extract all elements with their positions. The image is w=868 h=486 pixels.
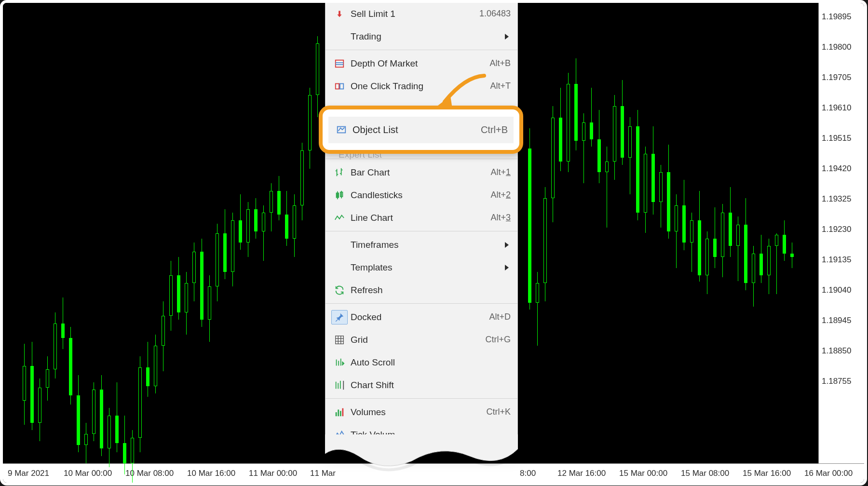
menu-label: Bar Chart (348, 167, 490, 178)
menu-label: Object List (349, 124, 481, 135)
auto-scroll-icon (334, 357, 345, 368)
price-tick: 1.18850 (819, 346, 851, 356)
candlesticks-icon (334, 190, 345, 201)
menu-label: Depth Of Market (348, 58, 489, 69)
menu-label: Templates (348, 262, 505, 273)
bar-chart-icon (334, 167, 345, 178)
price-tick: 1.19325 (819, 194, 851, 204)
time-tick: 15 Mar 16:00 (743, 469, 791, 478)
time-tick: 9 Mar 2021 (8, 469, 49, 478)
menu-shortcut: Alt+2 (490, 190, 511, 200)
menu-item-tick-volumes[interactable]: Tick Volum (326, 423, 517, 446)
menu-item-docked[interactable]: Docked Alt+D (326, 306, 517, 328)
time-tick: 15 Mar 00:00 (619, 469, 667, 478)
menu-item-chart-shift[interactable]: Chart Shift (326, 374, 517, 396)
menu-item-refresh[interactable]: Refresh (326, 279, 517, 301)
menu-item-one-click-trading[interactable]: One Click Trading Alt+T (326, 75, 517, 97)
menu-item-grid[interactable]: Grid Ctrl+G (326, 328, 517, 351)
svg-rect-0 (336, 60, 344, 67)
menu-label: Volumes (348, 407, 486, 418)
highlight-ring: Object List Ctrl+B (319, 106, 523, 154)
menu-item-volumes[interactable]: Volumes Ctrl+K (326, 401, 517, 423)
refresh-icon (334, 285, 345, 296)
time-tick: 11 Mar 00:00 (249, 469, 297, 478)
price-tick: 1.18755 (819, 377, 851, 386)
time-tick: 11 Mar (310, 469, 336, 478)
menu-item-trading[interactable]: Trading (326, 25, 517, 48)
menu-label: Trading (348, 31, 505, 42)
price-tick: 1.19420 (819, 164, 851, 174)
pin-icon (334, 312, 345, 323)
menu-shortcut: Ctrl+B (481, 124, 508, 135)
submenu-arrow-icon (505, 242, 509, 248)
time-tick: 10 Mar 16:00 (187, 469, 235, 478)
menu-item-object-list[interactable]: Object List Ctrl+B (328, 117, 514, 143)
tick-volumes-icon (334, 430, 345, 440)
menu-label: Auto Scroll (348, 357, 511, 368)
menu-label: Tick Volum (348, 430, 511, 440)
svg-rect-4 (340, 83, 343, 89)
menu-separator (326, 50, 517, 50)
menu-label: One Click Trading (348, 81, 490, 92)
menu-value: 1.06483 (479, 9, 511, 19)
menu-label: Candlesticks (348, 190, 490, 201)
menu-item-timeframes[interactable]: Timeframes (326, 233, 517, 256)
svg-rect-3 (336, 83, 339, 89)
object-list-icon (336, 124, 347, 135)
price-tick: 1.19040 (819, 285, 851, 295)
price-tick: 1.19515 (819, 134, 851, 143)
menu-item-templates[interactable]: Templates (326, 256, 517, 279)
line-chart-icon (334, 213, 345, 223)
menu-shortcut: Alt+T (490, 81, 511, 91)
sell-limit-icon (334, 9, 345, 19)
price-tick: 1.19610 (819, 103, 851, 113)
chart-shift-icon (334, 380, 345, 391)
time-tick: 15 Mar 08:00 (681, 469, 729, 478)
svg-rect-27 (336, 412, 337, 416)
price-tick: 1.19230 (819, 225, 851, 234)
time-tick: 8:00 (520, 469, 536, 478)
menu-item-sell-limit[interactable]: Sell Limit 1 1.06483 (326, 2, 517, 25)
app-frame: 1.19895 1.19800 1.19705 1.19610 1.19515 … (0, 0, 867, 486)
menu-item-auto-scroll[interactable]: Auto Scroll (326, 351, 517, 374)
menu-label: Refresh (348, 285, 511, 296)
grid-icon (334, 335, 345, 345)
menu-label: Sell Limit 1 (348, 9, 479, 19)
menu-separator (326, 303, 517, 304)
menu-separator (326, 231, 517, 231)
menu-shortcut: Alt+B (489, 58, 511, 68)
price-tick: 1.19800 (819, 42, 851, 52)
svg-rect-15 (336, 336, 344, 344)
menu-shortcut: Alt+D (489, 312, 511, 322)
price-axis: 1.19895 1.19800 1.19705 1.19610 1.19515 … (818, 3, 864, 463)
volumes-icon (334, 407, 345, 418)
price-tick: 1.19705 (819, 73, 851, 82)
chart-context-menu: Sell Limit 1 1.06483 Trading Depth Of Ma… (325, 0, 518, 448)
menu-item-depth-of-market[interactable]: Depth Of Market Alt+B (326, 52, 517, 75)
time-tick: 12 Mar 16:00 (557, 469, 606, 478)
price-tick: 1.19895 (819, 12, 851, 22)
menu-item-candlesticks[interactable]: Candlesticks Alt+2 (326, 184, 517, 206)
menu-shortcut: Ctrl+G (485, 335, 511, 345)
menu-label: Chart Shift (348, 380, 511, 391)
one-click-trading-icon (334, 81, 345, 92)
menu-label: Line Chart (348, 213, 490, 223)
submenu-arrow-icon (505, 265, 509, 270)
menu-separator (326, 398, 517, 399)
svg-rect-30 (342, 408, 344, 416)
menu-shortcut: Alt+3 (490, 213, 511, 223)
menu-label: Docked (348, 312, 489, 323)
price-tick: 1.19135 (819, 255, 851, 265)
svg-rect-28 (338, 409, 339, 416)
time-tick: 10 Mar 00:00 (64, 469, 112, 478)
submenu-arrow-icon (505, 34, 509, 40)
svg-rect-29 (340, 411, 341, 416)
menu-label: Grid (348, 335, 485, 345)
menu-item-line-chart[interactable]: Line Chart Alt+3 (326, 206, 517, 229)
time-tick: 16 Mar 00:00 (804, 469, 853, 478)
menu-shortcut: Ctrl+K (486, 407, 511, 417)
menu-shortcut: Alt+1 (490, 167, 511, 177)
time-tick: 10 Mar 08:00 (125, 469, 174, 478)
menu-label: Timeframes (348, 240, 505, 250)
menu-item-bar-chart[interactable]: Bar Chart Alt+1 (326, 161, 517, 184)
